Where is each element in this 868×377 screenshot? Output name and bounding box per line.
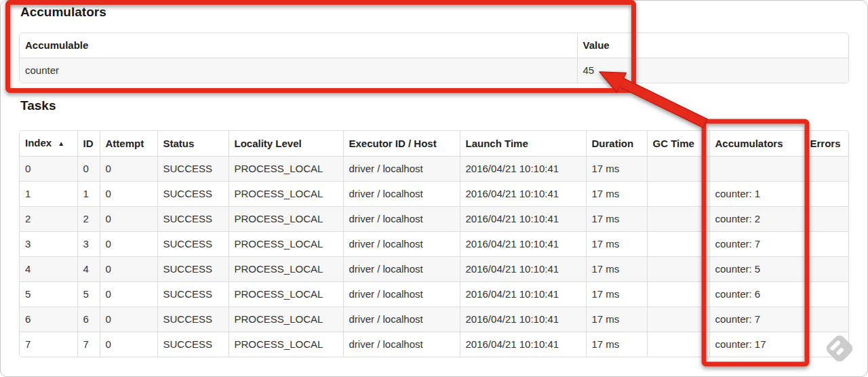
cell-status: SUCCESS [157, 232, 229, 257]
cell-gc-time [647, 232, 709, 257]
cell-status: SUCCESS [157, 182, 229, 207]
cell-id: 5 [77, 282, 100, 307]
table-row: 5 5 0 SUCCESS PROCESS_LOCAL driver / loc… [20, 282, 849, 307]
cell-executor: driver / localhost [343, 232, 460, 257]
cell-id: 7 [77, 332, 100, 357]
header-id[interactable]: ID [77, 131, 100, 157]
header-attempt[interactable]: Attempt [100, 131, 157, 157]
cell-locality: PROCESS_LOCAL [229, 257, 343, 282]
header-gc-time[interactable]: GC Time [647, 131, 709, 157]
cell-duration: 17 ms [586, 207, 647, 232]
header-accumulators[interactable]: Accumulators [709, 131, 804, 157]
header-value[interactable]: Value [577, 33, 849, 58]
header-duration[interactable]: Duration [586, 131, 647, 157]
cell-errors [804, 332, 849, 357]
cell-locality: PROCESS_LOCAL [229, 282, 343, 307]
cell-attempt: 0 [100, 232, 157, 257]
table-row: 4 4 0 SUCCESS PROCESS_LOCAL driver / loc… [20, 257, 849, 282]
cell-gc-time [647, 207, 709, 232]
cell-duration: 17 ms [586, 307, 647, 332]
cell-launch-time: 2016/04/21 10:10:41 [460, 307, 586, 332]
header-accumulable[interactable]: Accumulable [20, 33, 577, 58]
cell-gc-time [647, 157, 709, 182]
cell-executor: driver / localhost [343, 332, 460, 357]
cell-attempt: 0 [100, 282, 157, 307]
cell-id: 6 [77, 307, 100, 332]
table-row: 1 1 0 SUCCESS PROCESS_LOCAL driver / loc… [20, 182, 849, 207]
cell-status: SUCCESS [157, 307, 229, 332]
cell-launch-time: 2016/04/21 10:10:41 [460, 182, 586, 207]
table-row: 3 3 0 SUCCESS PROCESS_LOCAL driver / loc… [20, 232, 849, 257]
cell-locality: PROCESS_LOCAL [229, 157, 343, 182]
cell-gc-time [647, 182, 709, 207]
cell-index: 0 [20, 157, 77, 182]
cell-duration: 17 ms [586, 257, 647, 282]
cell-locality: PROCESS_LOCAL [229, 307, 343, 332]
header-status[interactable]: Status [157, 131, 229, 157]
cell-locality: PROCESS_LOCAL [229, 182, 343, 207]
tasks-section-title: Tasks [20, 98, 56, 113]
header-launch-time[interactable]: Launch Time [460, 131, 586, 157]
accumulators-section-title: Accumulators [20, 5, 106, 20]
cell-attempt: 0 [100, 207, 157, 232]
cell-status: SUCCESS [157, 282, 229, 307]
cell-accumulators: counter: 17 [709, 332, 804, 357]
sort-ascending-icon: ▲ [58, 140, 64, 147]
table-row: 0 0 0 SUCCESS PROCESS_LOCAL driver / loc… [20, 157, 849, 182]
cell-errors [804, 157, 849, 182]
cell-gc-time [647, 307, 709, 332]
cell-accumulable-value: 45 [577, 58, 849, 83]
cell-duration: 17 ms [586, 157, 647, 182]
cell-launch-time: 2016/04/21 10:10:41 [460, 332, 586, 357]
cell-index: 6 [20, 307, 77, 332]
cell-accumulators: counter: 5 [709, 257, 804, 282]
cell-errors [804, 232, 849, 257]
cell-locality: PROCESS_LOCAL [229, 232, 343, 257]
header-errors[interactable]: Errors [804, 131, 849, 157]
cell-duration: 17 ms [586, 332, 647, 357]
table-row: 6 6 0 SUCCESS PROCESS_LOCAL driver / loc… [20, 307, 849, 332]
table-header-row: Accumulable Value [20, 33, 849, 58]
cell-executor: driver / localhost [343, 207, 460, 232]
cell-status: SUCCESS [157, 332, 229, 357]
cell-duration: 17 ms [586, 282, 647, 307]
cell-status: SUCCESS [157, 257, 229, 282]
cell-index: 5 [20, 282, 77, 307]
cell-id: 1 [77, 182, 100, 207]
cell-gc-time [647, 282, 709, 307]
header-index[interactable]: Index▲ [20, 131, 77, 157]
cell-accumulators [709, 157, 804, 182]
cell-attempt: 0 [100, 332, 157, 357]
cell-accumulators: counter: 2 [709, 207, 804, 232]
cell-status: SUCCESS [157, 207, 229, 232]
cell-errors [804, 307, 849, 332]
cell-index: 4 [20, 257, 77, 282]
cell-executor: driver / localhost [343, 257, 460, 282]
cell-executor: driver / localhost [343, 182, 460, 207]
cell-accumulators: counter: 7 [709, 232, 804, 257]
cell-accumulators: counter: 6 [709, 282, 804, 307]
cell-accumulators: counter: 7 [709, 307, 804, 332]
cell-id: 0 [77, 157, 100, 182]
cell-duration: 17 ms [586, 232, 647, 257]
cell-status: SUCCESS [157, 157, 229, 182]
cell-errors [804, 257, 849, 282]
cell-locality: PROCESS_LOCAL [229, 332, 343, 357]
table-row: 2 2 0 SUCCESS PROCESS_LOCAL driver / loc… [20, 207, 849, 232]
cell-attempt: 0 [100, 182, 157, 207]
cell-gc-time [647, 257, 709, 282]
accumulable-table: Accumulable Value counter 45 [19, 33, 849, 83]
cell-launch-time: 2016/04/21 10:10:41 [460, 157, 586, 182]
header-locality-level[interactable]: Locality Level [229, 131, 343, 157]
cell-launch-time: 2016/04/21 10:10:41 [460, 232, 586, 257]
header-executor-id-host[interactable]: Executor ID / Host [343, 131, 460, 157]
cell-id: 4 [77, 257, 100, 282]
table-row: 7 7 0 SUCCESS PROCESS_LOCAL driver / loc… [20, 332, 849, 357]
cell-index: 2 [20, 207, 77, 232]
header-index-label: Index [25, 137, 52, 148]
cell-index: 7 [20, 332, 77, 357]
cell-launch-time: 2016/04/21 10:10:41 [460, 282, 586, 307]
cell-locality: PROCESS_LOCAL [229, 207, 343, 232]
cell-accumulators: counter: 1 [709, 182, 804, 207]
cell-id: 2 [77, 207, 100, 232]
